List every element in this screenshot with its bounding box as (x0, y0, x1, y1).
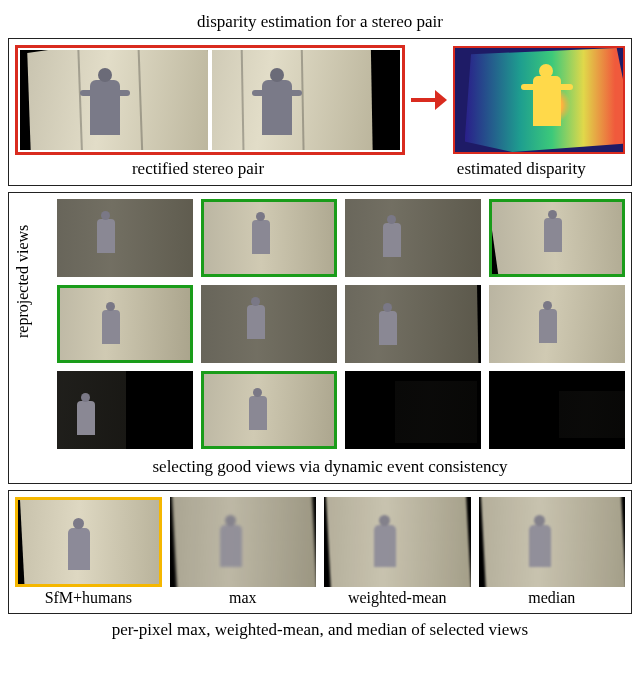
label-median: median (479, 589, 626, 607)
rectified-stereo-pair-box (15, 45, 405, 155)
estimated-disparity-image (453, 46, 625, 154)
result-median (479, 497, 626, 587)
reprojected-view (57, 199, 193, 277)
label-reprojected-views: reprojected views (14, 225, 32, 338)
stereo-left-image (20, 50, 208, 150)
label-weighted-mean: weighted-mean (324, 589, 471, 607)
result-sfm-humans (15, 497, 162, 587)
reprojected-views-grid (57, 199, 625, 449)
label-sfm-humans: SfM+humans (15, 589, 162, 607)
reprojected-view (345, 371, 481, 449)
reprojected-view-selected (201, 199, 337, 277)
stereo-right-image (212, 50, 400, 150)
caption-dynamic-event-consistency: selecting good views via dynamic event c… (35, 457, 625, 477)
reprojected-view (201, 285, 337, 363)
label-estimated-disparity: estimated disparity (418, 159, 625, 179)
panel-reprojected-views: reprojected views selecting good views v… (8, 192, 632, 484)
arrow-icon (411, 90, 447, 110)
label-max: max (170, 589, 317, 607)
result-weighted-mean (324, 497, 471, 587)
reprojected-view (57, 371, 193, 449)
label-rectified-stereo-pair: rectified stereo pair (15, 159, 381, 179)
caption-disparity-estimation: disparity estimation for a stereo pair (8, 12, 632, 32)
reprojected-view-selected (201, 371, 337, 449)
panel-aggregation: SfM+humans max weighted-mean median (8, 490, 632, 614)
reprojected-view-selected (489, 199, 625, 277)
reprojected-view (489, 285, 625, 363)
caption-per-pixel-aggregation: per-pixel max, weighted-mean, and median… (8, 620, 632, 640)
reprojected-view (345, 285, 481, 363)
result-max (170, 497, 317, 587)
panel-disparity: rectified stereo pair estimated disparit… (8, 38, 632, 186)
reprojected-view-selected (57, 285, 193, 363)
reprojected-view (489, 371, 625, 449)
reprojected-view (345, 199, 481, 277)
